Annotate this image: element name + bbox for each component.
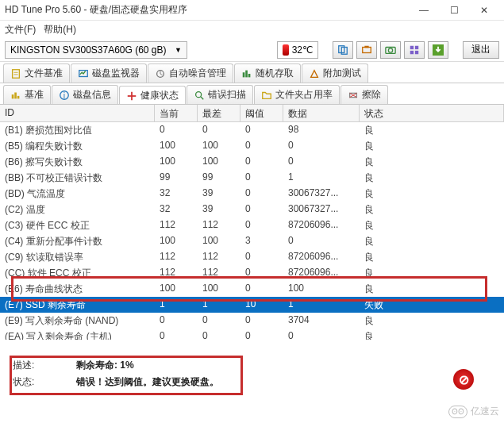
- cell-data: 100: [283, 281, 360, 297]
- cell-status: 良: [360, 281, 504, 297]
- cell-current: 100: [155, 281, 198, 297]
- table-row[interactable]: (E9) 写入剩余寿命 (NAND)0003704良: [0, 313, 504, 329]
- cell-data: 87206096...: [283, 249, 360, 265]
- cell-current: 0: [155, 122, 198, 138]
- svg-rect-17: [12, 94, 14, 98]
- cell-threshold: 0: [240, 265, 283, 281]
- svg-rect-2: [363, 47, 371, 52]
- svg-rect-18: [14, 92, 17, 98]
- table-row[interactable]: (C4) 重新分配事件计数10010030良: [0, 233, 504, 249]
- minimize-button[interactable]: —: [409, 0, 439, 21]
- cell-worst: 112: [198, 217, 240, 233]
- menu-help[interactable]: 帮助(H): [44, 23, 76, 37]
- cell-current: 1: [155, 297, 198, 313]
- svg-rect-14: [243, 72, 245, 77]
- thermometer-icon: [283, 44, 289, 56]
- cell-worst: 112: [198, 249, 240, 265]
- cell-data: 3704: [283, 313, 360, 329]
- cell-threshold: 0: [240, 217, 283, 233]
- cell-current: 100: [155, 154, 198, 170]
- maximize-button[interactable]: ☐: [439, 0, 469, 21]
- temperature-value: 32℃: [292, 44, 313, 56]
- cell-data: 30067327...: [283, 202, 360, 217]
- cell-worst: 0: [198, 313, 240, 329]
- cell-id: (E9) 写入剩余寿命 (NAND): [0, 313, 155, 329]
- copy-screenshot-button[interactable]: [356, 41, 377, 59]
- tab-aam[interactable]: 自动噪音管理: [148, 63, 233, 83]
- tab-erase[interactable]: 擦除: [340, 85, 388, 104]
- cell-status: 良: [360, 217, 504, 233]
- desc-value: 剩余寿命: 1%: [76, 359, 134, 372]
- close-button[interactable]: ✕: [469, 0, 499, 21]
- screenshot-button[interactable]: [380, 41, 401, 59]
- table-row[interactable]: (EA) 写入剩余寿命 (主机)0000良: [0, 329, 504, 340]
- tab-random-access[interactable]: 随机存取: [234, 63, 301, 83]
- cell-threshold: 0: [240, 313, 283, 329]
- cell-threshold: 0: [240, 249, 283, 265]
- col-data[interactable]: 数据: [283, 105, 360, 121]
- copy-info-button[interactable]: [333, 41, 353, 59]
- cell-status: 失败: [360, 297, 504, 313]
- svg-rect-16: [248, 74, 251, 77]
- drive-select-label: KINGSTON SV300S37A60G (60 gB): [10, 44, 167, 56]
- cell-data: 1: [283, 170, 360, 186]
- cell-data: 0: [283, 154, 360, 170]
- options-button[interactable]: [404, 41, 425, 59]
- tab-health[interactable]: 健康状态: [119, 86, 186, 105]
- menu-file[interactable]: 文件(F): [5, 23, 36, 37]
- tab-extra-tests[interactable]: 附加测试: [302, 63, 368, 83]
- table-row[interactable]: (C9) 软读取错误率112112087206096...良: [0, 249, 504, 265]
- window-title: HD Tune Pro 5.60 - 硬盘/固态硬盘实用程序: [5, 3, 409, 17]
- cell-data: 87206096...: [283, 265, 360, 281]
- col-threshold[interactable]: 阈值: [240, 105, 283, 121]
- col-worst[interactable]: 最差: [198, 105, 240, 121]
- cell-id: (E6) 寿命曲线状态: [0, 281, 155, 297]
- cell-threshold: 0: [240, 329, 283, 340]
- svg-rect-9: [415, 50, 418, 53]
- col-current[interactable]: 当前: [155, 105, 198, 121]
- table-row[interactable]: (BD) 气流温度3239030067327...良: [0, 186, 504, 202]
- table-row[interactable]: (B5) 编程失败计数10010000良: [0, 138, 504, 154]
- table-row[interactable]: (C2) 温度3239030067327...良: [0, 202, 504, 217]
- cell-current: 112: [155, 265, 198, 281]
- cell-id: (C9) 软读取错误率: [0, 249, 155, 265]
- cell-status: 良: [360, 170, 504, 186]
- table-row[interactable]: (B1) 磨损范围对比值00098良: [0, 122, 504, 138]
- tab-disk-monitor[interactable]: 磁盘监视器: [71, 63, 147, 83]
- exit-button[interactable]: 退出: [463, 41, 499, 59]
- cell-status: 良: [360, 138, 504, 154]
- col-status[interactable]: 状态: [360, 105, 504, 121]
- tab-disk-info[interactable]: i磁盘信息: [52, 85, 118, 104]
- cell-worst: 100: [198, 233, 240, 249]
- tab-folder-usage[interactable]: 文件夹占用率: [254, 85, 340, 104]
- desc-label: 描述:: [13, 359, 57, 372]
- table-row[interactable]: (E7) SSD 剩余寿命11101失败: [0, 297, 504, 313]
- cell-id: (C2) 温度: [0, 202, 155, 217]
- cell-status: 良: [360, 154, 504, 170]
- tab-file-benchmark[interactable]: 文件基准: [3, 63, 70, 83]
- cell-status: 良: [360, 122, 504, 138]
- tab-benchmark[interactable]: 基准: [3, 85, 51, 104]
- cell-current: 32: [155, 202, 198, 217]
- table-row[interactable]: (B6) 擦写失败计数10010000良: [0, 154, 504, 170]
- cell-id: (B5) 编程失败计数: [0, 138, 155, 154]
- status-value: 错误！达到阈值。建议更换硬盘。: [76, 375, 219, 389]
- cell-worst: 100: [198, 281, 240, 297]
- table-row[interactable]: (C3) 硬件 ECC 校正112112087206096...良: [0, 217, 504, 233]
- save-button[interactable]: [428, 41, 448, 59]
- cell-worst: 39: [198, 202, 240, 217]
- cell-current: 99: [155, 170, 198, 186]
- table-row[interactable]: (E6) 寿命曲线状态1001000100良: [0, 281, 504, 297]
- drive-select[interactable]: KINGSTON SV300S37A60G (60 gB) ▼: [5, 41, 187, 59]
- cell-current: 0: [155, 329, 198, 340]
- table-row[interactable]: (CC) 软件 ECC 校正112112087206096...良: [0, 265, 504, 281]
- svg-point-24: [196, 91, 202, 97]
- tab-error-scan[interactable]: 错误扫描: [187, 85, 253, 104]
- cell-worst: 100: [198, 154, 240, 170]
- col-id[interactable]: ID: [0, 105, 155, 121]
- cell-data: 98: [283, 122, 360, 138]
- cell-id: (CC) 软件 ECC 校正: [0, 265, 155, 281]
- table-row[interactable]: (BB) 不可校正错误计数999901良: [0, 170, 504, 186]
- cell-worst: 112: [198, 265, 240, 281]
- svg-rect-7: [415, 45, 418, 48]
